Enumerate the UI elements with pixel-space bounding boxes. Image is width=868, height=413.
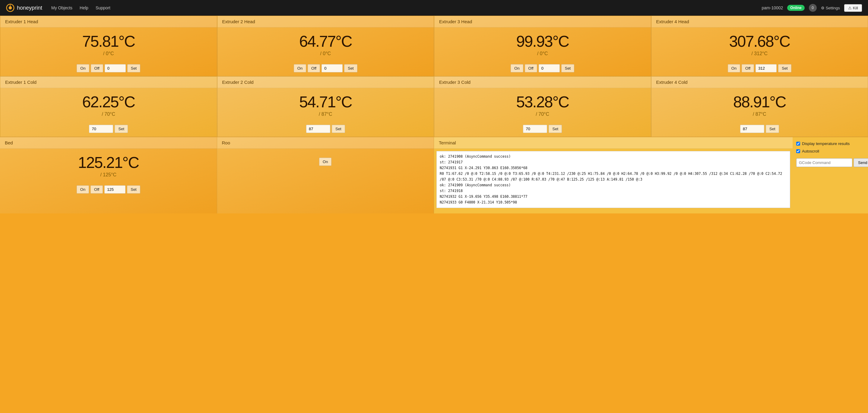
room-on-button[interactable]: On <box>319 158 332 166</box>
kill-label: Kill <box>853 6 858 10</box>
bed-temp-input[interactable] <box>104 185 125 194</box>
extruder4-cold-body: 88.91°C / 87°C <box>651 88 868 125</box>
bed-set-button[interactable]: Set <box>127 185 140 194</box>
extruder3-cold-input[interactable] <box>523 125 547 133</box>
terminal-log[interactable]: ok: 2741908 (AsyncCommand success)st: 27… <box>436 151 790 208</box>
extruder3-head-set-btn[interactable]: Set <box>561 64 575 72</box>
extruder1-head-on-btn[interactable]: On <box>76 64 89 72</box>
bed-card-header: Bed <box>0 137 217 149</box>
extruder1-cold-set-btn[interactable]: Set <box>115 125 128 133</box>
extruder2-head-card: Extruder 2 Head 64.77°C / 0°C On Off Set <box>217 16 434 76</box>
gcode-input[interactable] <box>796 158 852 167</box>
extruder2-head-controls: On Off Set <box>217 64 434 76</box>
autoscroll-checkbox[interactable] <box>796 149 800 153</box>
terminal-log-line: N2741933 G0 F4800 X-21.314 Y10.505*98 <box>440 199 787 205</box>
settings-label: Settings <box>826 6 840 10</box>
bed-on-button[interactable]: On <box>76 185 89 194</box>
nav-help[interactable]: Help <box>80 5 88 10</box>
extruder2-cold-input[interactable] <box>306 125 330 133</box>
extruder2-head-target: / 0°C <box>222 51 429 56</box>
warning-icon: ⚠ <box>848 6 852 10</box>
extruder1-head-body: 75.81°C / 0°C <box>0 27 217 64</box>
extruder1-cold-input[interactable] <box>89 125 113 133</box>
extruder4-cold-card: Extruder 4 Cold 88.91°C / 87°C Set <box>651 76 868 137</box>
extruder2-head-on-btn[interactable]: On <box>294 64 306 72</box>
brand-name: honeyprint <box>17 5 42 11</box>
terminal-log-line: N2741931 G1 X-24.291 Y30.863 E160.35056*… <box>440 165 787 171</box>
extruder3-head-input[interactable] <box>539 64 560 72</box>
printer-id: pam-10002 <box>762 5 783 10</box>
extruder2-head-off-btn[interactable]: Off <box>308 64 320 72</box>
brand-icon <box>6 4 14 12</box>
kill-button[interactable]: ⚠ Kill <box>844 4 862 12</box>
extruder3-cold-header: Extruder 3 Cold <box>434 76 651 88</box>
extruder-cold-row: Extruder 1 Cold 62.25°C / 70°C Set Extru… <box>0 76 868 137</box>
extruder4-cold-target: / 87°C <box>656 112 863 117</box>
room-controls: On <box>217 158 434 169</box>
extruder3-head-header: Extruder 3 Head <box>434 16 651 27</box>
nav-support[interactable]: Support <box>96 5 111 10</box>
extruder3-head-target: / 0°C <box>439 51 646 56</box>
terminal-sidebar: Display temperature results Autoscroll S… <box>793 137 868 214</box>
bed-off-button[interactable]: Off <box>91 185 103 194</box>
terminal-log-line: st: 2741917 <box>440 159 787 165</box>
bed-temp-target: / 125°C <box>5 172 212 178</box>
extruder1-cold-card: Extruder 1 Cold 62.25°C / 70°C Set <box>0 76 217 137</box>
extruder4-head-on-btn[interactable]: On <box>728 64 740 72</box>
extruder4-head-off-btn[interactable]: Off <box>742 64 754 72</box>
terminal-log-line: st: 2741918 <box>440 188 787 194</box>
terminal-log-wrap: Terminal ok: 2741908 (AsyncCommand succe… <box>434 137 793 214</box>
extruder2-head-set-btn[interactable]: Set <box>344 64 358 72</box>
extruder3-head-on-btn[interactable]: On <box>510 64 523 72</box>
bed-card-body: 125.21°C / 125°C <box>0 149 217 185</box>
extruder4-cold-set-btn[interactable]: Set <box>766 125 779 133</box>
extruder2-cold-body: 54.71°C / 87°C <box>217 88 434 125</box>
extruder4-head-target: / 312°C <box>656 51 863 56</box>
extruder4-cold-controls: Set <box>651 125 868 136</box>
extruder3-head-off-btn[interactable]: Off <box>525 64 537 72</box>
extruder2-cold-set-btn[interactable]: Set <box>332 125 345 133</box>
extruder1-head-input[interactable] <box>105 64 126 72</box>
notification-badge[interactable]: 0 <box>809 4 817 12</box>
room-title: Roo <box>222 140 230 145</box>
extruder4-head-input[interactable] <box>755 64 777 72</box>
bottom-section: Bed 125.21°C / 125°C On Off Set Roo On <box>0 137 868 214</box>
extruder1-cold-header: Extruder 1 Cold <box>0 76 217 88</box>
extruder1-head-set-btn[interactable]: Set <box>127 64 141 72</box>
navbar: honeyprint My Objects Help Support pam-1… <box>0 0 868 16</box>
gcode-send-row: Send <box>796 158 864 167</box>
extruder3-head-card: Extruder 3 Head 99.93°C / 0°C On Off Set <box>434 16 651 76</box>
extruder3-cold-body: 53.28°C / 70°C <box>434 88 651 125</box>
display-temp-row[interactable]: Display temperature results <box>796 141 864 146</box>
room-card-header: Roo <box>217 137 434 149</box>
extruder-head-row: Extruder 1 Head 75.81°C / 0°C On Off Set… <box>0 16 868 76</box>
page-content: Extruder 1 Head 75.81°C / 0°C On Off Set… <box>0 16 868 214</box>
extruder4-cold-input[interactable] <box>740 125 764 133</box>
extruder2-head-input[interactable] <box>321 64 343 72</box>
extruder4-head-set-btn[interactable]: Set <box>778 64 792 72</box>
extruder4-cold-temp: 88.91°C <box>656 94 863 110</box>
extruder4-cold-header: Extruder 4 Cold <box>651 76 868 88</box>
extruder1-head-header: Extruder 1 Head <box>0 16 217 27</box>
extruder3-cold-card: Extruder 3 Cold 53.28°C / 70°C Set <box>434 76 651 137</box>
extruder4-head-controls: On Off Set <box>651 64 868 76</box>
extruder1-head-off-btn[interactable]: Off <box>91 64 103 72</box>
send-button[interactable]: Send <box>854 158 868 167</box>
extruder3-cold-temp: 53.28°C <box>439 94 646 110</box>
extruder3-head-controls: On Off Set <box>434 64 651 76</box>
extruder4-head-body: 307.68°C / 312°C <box>651 27 868 64</box>
room-card-body <box>217 149 434 158</box>
extruder4-head-header: Extruder 4 Head <box>651 16 868 27</box>
display-temp-checkbox[interactable] <box>796 142 800 146</box>
display-temp-label: Display temperature results <box>802 141 849 146</box>
extruder1-cold-controls: Set <box>0 125 217 136</box>
autoscroll-label: Autoscroll <box>802 149 819 153</box>
online-status: Online <box>787 5 804 11</box>
nav-my-objects[interactable]: My Objects <box>51 5 72 10</box>
autoscroll-row[interactable]: Autoscroll <box>796 149 864 153</box>
gear-icon: ⚙ <box>821 6 825 10</box>
extruder3-cold-set-btn[interactable]: Set <box>549 125 562 133</box>
extruder3-cold-target: / 70°C <box>439 112 646 117</box>
extruder4-head-card: Extruder 4 Head 307.68°C / 312°C On Off … <box>651 16 868 76</box>
settings-button[interactable]: ⚙ Settings <box>821 6 840 10</box>
